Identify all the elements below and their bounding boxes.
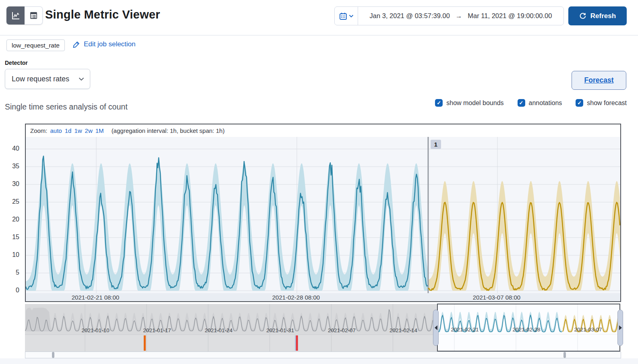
arrow-right-icon: → [456,12,462,20]
detector-select[interactable]: Low request rates [5,69,90,89]
single-metric-viewer-page: Single Metric Viewer Jan 3, 2021 @ 03:5 [0,0,638,364]
context-initial-bounds-blob [26,308,51,331]
selection-tick-label: 2021-02-28 [512,327,540,333]
show-model-bounds-checkbox[interactable]: ✓ show model bounds [435,99,503,107]
chevron-down-icon [79,77,84,81]
swimlane-anomaly-marker[interactable] [296,335,298,351]
zoom-option-1d[interactable]: 1d [65,127,72,134]
y-tick-label: 15 [2,234,19,241]
forecast-bounds-band [428,181,620,291]
zoom-label: Zoom: [30,127,48,134]
checkbox-checked-icon: ✓ [435,99,443,107]
aggregation-interval-note: (aggregation interval: 1h, bucket span: … [112,127,225,134]
show-forecast-label: show forecast [587,99,627,107]
refresh-label: Refresh [590,12,616,20]
zoom-toolbar: Zoom: auto 1d 1w 2w 1M (aggregation inte… [26,124,620,137]
context-tick-label: 2021-01-10 [81,327,109,333]
y-tick-label: 25 [2,198,19,205]
chart-view-button[interactable] [6,6,25,25]
forecast-button[interactable]: Forecast [572,71,626,90]
selection-left-handle[interactable] [433,310,439,346]
table-icon [29,11,38,20]
refresh-button[interactable]: Refresh [568,6,627,25]
context-tick-label: 2021-01-31 [266,327,294,333]
main-chart-card: Zoom: auto 1d 1w 2w 1M (aggregation inte… [25,124,621,302]
focus-chart-plot[interactable]: 1 [26,137,620,293]
context-tick-label: 2021-02-07 [328,327,356,333]
triangle-left-icon [435,325,437,330]
pencil-icon [72,41,80,48]
zoom-option-1M[interactable]: 1M [95,127,104,134]
x-tick-label: 2021-03-07 08:00 [473,294,520,301]
selection-tick-label: 2021-02-21 [451,327,478,333]
analysis-heading: Single time series analysis of count [5,102,128,112]
checkbox-checked-icon: ✓ [518,99,525,107]
y-tick-label: 10 [2,251,19,259]
show-model-bounds-label: show model bounds [446,99,503,107]
selection-right-handle[interactable] [617,310,623,346]
context-tick-label: 2021-01-17 [143,327,171,333]
x-tick-label: 2021-02-28 08:00 [272,294,320,301]
job-badge[interactable]: low_request_rate [6,39,65,51]
view-toggle-group [6,6,43,25]
chevron-down-icon [349,14,354,18]
context-scrollbar[interactable] [25,352,621,358]
y-tick-label: 40 [2,145,19,152]
table-view-button[interactable] [25,6,43,25]
calendar-dropdown-button[interactable] [335,7,358,25]
refresh-icon [579,12,586,20]
annotation-marker-badge[interactable]: 1 [431,140,441,149]
detector-label: Detector [5,60,28,66]
edit-job-selection-link[interactable]: Edit job selection [72,40,136,48]
model-bounds-band [26,163,428,291]
calendar-icon [339,12,347,20]
time-range-picker: Jan 3, 2021 @ 03:57:39.00 → Mar 11, 2021… [334,6,564,25]
triangle-right-icon [619,325,622,330]
y-tick-label: 35 [2,163,19,170]
scrollbar-right-grab-handle[interactable] [563,352,566,358]
context-tick-label: 2021-01-24 [205,327,232,333]
x-axis: 2021-02-21 08:002021-02-28 08:002021-03-… [26,293,620,301]
show-forecast-checkbox[interactable]: ✓ show forecast [576,99,627,107]
y-tick-label: 30 [2,180,19,188]
page-bottom-strip [0,358,638,364]
time-range-values: Jan 3, 2021 @ 03:57:39.00 → Mar 11, 2021… [358,7,563,25]
checkbox-checked-icon: ✓ [576,99,583,107]
swimlane-anomaly-marker[interactable] [144,335,146,351]
detector-selected-value: Low request rates [12,75,69,83]
y-tick-label: 0 [2,287,19,294]
y-tick-label: 5 [2,269,19,276]
scrollbar-left-grab-handle[interactable] [52,352,54,358]
end-date-value[interactable]: Mar 11, 2021 @ 19:00:00.00 [468,12,552,20]
zoom-option-2w[interactable]: 2w [85,127,93,134]
page-title: Single Metric Viewer [45,8,160,21]
x-tick-label: 2021-02-21 08:00 [72,294,119,301]
selection-tick-label: 2021-03-07 [574,327,602,333]
chart-options-row: ✓ show model bounds ✓ annotations ✓ show… [362,99,627,107]
zoom-option-1w[interactable]: 1w [74,127,82,134]
edit-job-selection-label: Edit job selection [84,40,136,48]
start-date-value[interactable]: Jan 3, 2021 @ 03:57:39.00 [370,12,450,20]
annotations-checkbox[interactable]: ✓ annotations [518,99,562,107]
context-selection-window[interactable]: 2021-02-212021-02-282021-03-07 [437,304,620,352]
zoom-option-auto[interactable]: auto [50,127,62,134]
line-chart-icon [11,11,21,21]
header-divider [0,35,638,35]
context-tick-label: 2021-02-14 [389,327,417,333]
y-tick-label: 20 [2,216,19,223]
annotations-label: annotations [529,99,562,107]
